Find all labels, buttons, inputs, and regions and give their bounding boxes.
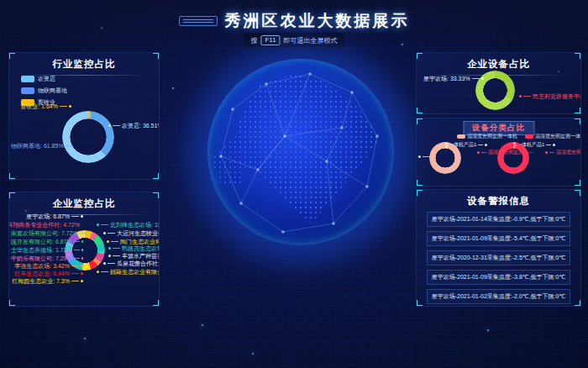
star-dot <box>172 87 174 89</box>
chart-label-livestock: 畜牧业: 1.64% <box>16 103 71 110</box>
panel-title: 企业设备占比 <box>417 53 580 71</box>
header-logo-icon <box>179 16 218 26</box>
chart-label: 李强生态农场: 3.42% <box>11 262 83 270</box>
panel-industry-ratio: 行业监控占比 农资店 物联网基地 畜牧业 畜牧业: 1.64% 农资店: 36.… <box>8 52 160 180</box>
device-class-donut-right[interactable] <box>497 142 529 174</box>
panel-device-class: 设备分类占比 温湿度光照监测一体机 一体机产品1 温湿度光照监测一— 温湿度光照… <box>416 118 581 187</box>
chart-label: 靓颖生态农业有限公司: 6.87% <box>97 268 160 276</box>
chart-label-xingyu: 星宇农场: 33.33% <box>423 75 484 82</box>
chart-label: 鸭路茂生态农场: 4.29% <box>108 244 160 252</box>
panel-title: 设备警报信息 <box>417 190 580 208</box>
leader-left-cut <box>418 155 430 158</box>
star-dot <box>202 324 203 326</box>
alarm-row: 星宇农场-2021-01-09采集温度:-3.8℃,低于下限:0℃ <box>427 270 570 285</box>
legend-label: 物联网基地 <box>38 87 67 95</box>
alarm-row: 星宇农场-2020-12-31采集温度:-2.5℃,低于下限:0℃ <box>427 250 570 265</box>
chart-label: 红梅园生态农业: 7.3% <box>11 277 83 285</box>
chart-label: 星宇农场: 6.87% <box>11 213 83 220</box>
legend-swatch <box>21 76 34 82</box>
chart-label: 瓜泉花蕾合作社: 15.02% <box>103 260 160 267</box>
chart-label: 大运河生态牧业有限责任公 <box>103 229 160 237</box>
panel-title: 行业监控占比 <box>9 53 159 71</box>
chart-label: 国开发有限公司: 6.87% <box>11 238 83 245</box>
legend-item-agri-store[interactable]: 农资店 <box>21 75 67 83</box>
alarm-row: 星宇农场-2021-01-14采集温度:-0.9℃,低于下限:0℃ <box>427 212 570 227</box>
legend-swatch <box>21 87 34 94</box>
chart-label-monitor-right: 温湿度光照监测一— <box>545 149 581 156</box>
page-title: 秀洲区农业大数据展示 <box>225 10 410 32</box>
panel-device-alarms: 设备警报信息 星宇农场-2021-01-14采集温度:-0.9℃,低于下限:0℃… <box>416 189 581 307</box>
legend-swatch <box>457 134 465 139</box>
dashboard: 秀洲区农业大数据展示 按 F11 即可退出全屏模式 <box>0 0 588 368</box>
chart-label: 士华生态养殖场: 1.72% <box>11 246 83 254</box>
globe-network-mesh <box>207 59 394 245</box>
legend-label: 农资店 <box>38 75 55 83</box>
star-dot <box>487 329 489 331</box>
globe-visualization <box>207 59 394 245</box>
chart-label: 丰源水产种苗养殖场: 1. <box>108 252 160 260</box>
alarm-row: 星宇农场-2021-01-09采集温度:-5.4℃,低于下限:0℃ <box>427 231 570 246</box>
panel-device-ratio: 企业设备占比 星宇农场: 33.33% 民主村党群服务中心 <box>416 52 581 114</box>
star-dot <box>252 353 254 355</box>
chart-label: 中奶乐有限公司: 7.29% <box>11 255 83 262</box>
legend-item-iot-base[interactable]: 物联网基地 <box>21 87 67 95</box>
device-class-legend-right[interactable]: 温湿度光照监测一体机 <box>525 133 581 140</box>
device-class-legend-left[interactable]: 温湿度光照监测一体机 <box>457 133 517 140</box>
alarm-row: 星宇农场-2021-01-02采集温度:-2.0℃,低于下限:0℃ <box>427 289 570 304</box>
star-dot <box>84 338 86 339</box>
panel-title: 企业监控占比 <box>9 192 159 210</box>
chart-label-agri-store: 农资店: 36.51% <box>108 122 160 129</box>
chart-label: 北刘锋生态农场: 11.16% <box>97 221 160 229</box>
panel-enterprise-ratio: 企业监控占比 星宇农场: 6.87% 科翔商务专业合作社: 4.72% 家庭农场… <box>8 192 160 307</box>
chart-label: 科翔商务专业合作社: 4.72% <box>11 221 83 229</box>
device-class-donut-left[interactable] <box>429 142 461 174</box>
chart-label-iot-base: 物联网基地: 61.85% <box>11 142 71 150</box>
chart-label-minzhu: 民主村党群服务中心 <box>519 92 581 100</box>
chart-label: 红丰生态农业: 6.44% <box>11 270 83 277</box>
legend-swatch <box>525 134 533 139</box>
industry-donut-chart[interactable] <box>62 111 114 163</box>
chart-label: 家庭农场有限公司: 7.72% <box>11 229 83 237</box>
